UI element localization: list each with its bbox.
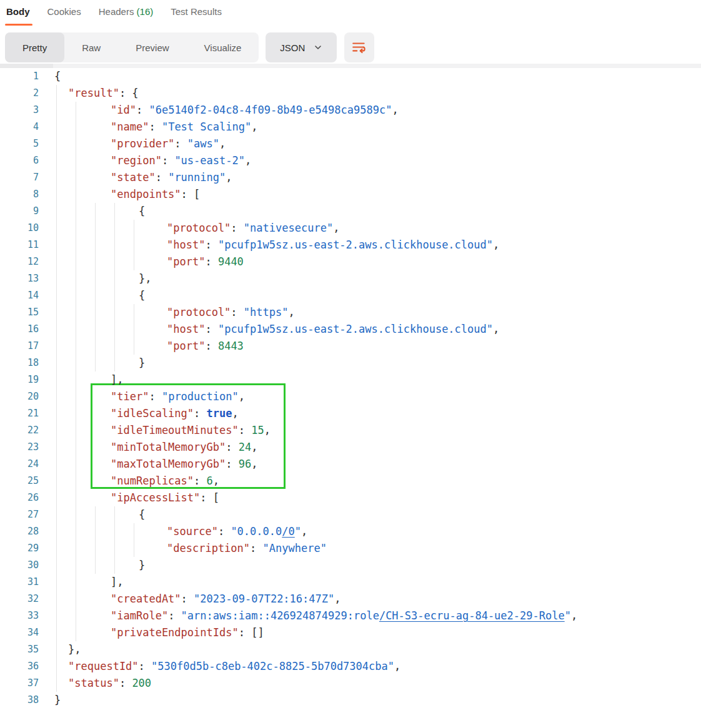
indent-guide bbox=[76, 338, 76, 355]
indent-guide bbox=[76, 186, 76, 203]
indent-guide bbox=[76, 557, 76, 574]
indent-guide bbox=[76, 102, 76, 119]
indent-guide bbox=[56, 338, 57, 355]
tab-cookies[interactable]: Cookies bbox=[47, 5, 81, 17]
code-line: 9{ bbox=[0, 203, 701, 220]
indent-guide bbox=[56, 675, 57, 692]
indent-guide bbox=[56, 287, 57, 304]
line-number: 28 bbox=[0, 523, 39, 540]
indent-guide bbox=[76, 456, 76, 473]
indent-guide bbox=[56, 152, 57, 169]
code-line: 13}, bbox=[0, 270, 701, 287]
line-number: 34 bbox=[0, 624, 39, 641]
indent-guide bbox=[76, 220, 76, 237]
code-area[interactable]: 1{2"result": {3"id": "6e5140f2-04c8-4f09… bbox=[0, 68, 701, 709]
indent-guide bbox=[56, 304, 57, 321]
indent-guide bbox=[56, 237, 57, 253]
indent-guide bbox=[56, 540, 57, 557]
code-line: 16"host": "pcufp1w5sz.us-east-2.aws.clic… bbox=[0, 321, 701, 338]
indent-guide bbox=[76, 523, 76, 540]
line-number: 11 bbox=[0, 237, 39, 253]
tab-headers[interactable]: Headers (16) bbox=[99, 5, 154, 17]
indent-guide bbox=[56, 85, 57, 102]
code-line: 29"description": "Anywhere" bbox=[0, 540, 701, 557]
indent-guide bbox=[95, 355, 96, 371]
indent-guide bbox=[56, 135, 57, 152]
indent-guide bbox=[114, 304, 115, 321]
line-number: 20 bbox=[0, 388, 39, 405]
code-line: 5"provider": "aws", bbox=[0, 135, 701, 152]
raw-button[interactable]: Raw bbox=[64, 32, 118, 62]
indent-guide bbox=[76, 506, 76, 523]
indent-guide bbox=[56, 473, 57, 489]
code-line: 21"idleScaling": true, bbox=[0, 405, 701, 422]
indent-guide bbox=[76, 237, 76, 253]
view-mode-group: Pretty Raw Preview Visualize bbox=[5, 32, 259, 62]
code-line: 6"region": "us-east-2", bbox=[0, 152, 701, 169]
line-number: 32 bbox=[0, 591, 39, 607]
line-number: 16 bbox=[0, 321, 39, 338]
indent-guide bbox=[56, 321, 57, 338]
indent-guide bbox=[95, 540, 96, 557]
indent-guide bbox=[134, 237, 134, 253]
line-number: 10 bbox=[0, 220, 39, 237]
code-line: 36"requestId": "530f0d5b-c8eb-402c-8825-… bbox=[0, 658, 701, 675]
indent-guide bbox=[56, 371, 57, 388]
indent-guide bbox=[114, 540, 115, 557]
visualize-button[interactable]: Visualize bbox=[187, 32, 259, 62]
language-select[interactable]: JSON bbox=[266, 32, 337, 62]
pretty-button[interactable]: Pretty bbox=[5, 32, 64, 62]
indent-guide bbox=[56, 102, 57, 119]
tab-body[interactable]: Body bbox=[6, 5, 30, 17]
line-number: 25 bbox=[0, 473, 39, 489]
indent-guide bbox=[76, 591, 76, 607]
indent-guide bbox=[76, 371, 76, 388]
code-line: 10"protocol": "nativesecure", bbox=[0, 220, 701, 237]
code-line: 38} bbox=[0, 692, 701, 709]
indent-guide bbox=[56, 624, 57, 641]
code-line: 19], bbox=[0, 371, 701, 388]
line-number: 26 bbox=[0, 489, 39, 506]
indent-guide bbox=[56, 169, 57, 186]
line-number: 9 bbox=[0, 203, 39, 220]
line-number: 6 bbox=[0, 152, 39, 169]
indent-guide bbox=[114, 287, 115, 304]
line-number: 17 bbox=[0, 338, 39, 355]
line-number: 19 bbox=[0, 371, 39, 388]
indent-guide bbox=[95, 237, 96, 253]
code-line: 11"host": "pcufp1w5sz.us-east-2.aws.clic… bbox=[0, 237, 701, 253]
line-number: 31 bbox=[0, 574, 39, 591]
tab-test-results[interactable]: Test Results bbox=[171, 5, 222, 17]
indent-guide bbox=[134, 304, 134, 321]
code-line: 33"iamRole": "arn:aws:iam::426924874929:… bbox=[0, 607, 701, 624]
indent-guide bbox=[76, 287, 76, 304]
indent-guide bbox=[95, 203, 96, 220]
indent-guide bbox=[134, 220, 134, 237]
tab-headers-label: Headers bbox=[99, 6, 134, 17]
indent-guide bbox=[95, 557, 96, 574]
line-number: 7 bbox=[0, 169, 39, 186]
code-line: 22"idleTimeoutMinutes": 15, bbox=[0, 422, 701, 439]
indent-guide bbox=[76, 607, 76, 624]
line-number: 27 bbox=[0, 506, 39, 523]
indent-guide bbox=[56, 186, 57, 203]
indent-guide bbox=[56, 557, 57, 574]
code-line: 20"tier": "production", bbox=[0, 388, 701, 405]
preview-button[interactable]: Preview bbox=[118, 32, 186, 62]
indent-guide bbox=[76, 489, 76, 506]
indent-guide bbox=[76, 355, 76, 371]
indent-guide bbox=[56, 355, 57, 371]
code-line: 31], bbox=[0, 574, 701, 591]
indent-guide bbox=[95, 321, 96, 338]
code-line: 1{ bbox=[0, 68, 701, 85]
indent-guide bbox=[114, 270, 115, 287]
indent-guide bbox=[95, 506, 96, 523]
line-number: 15 bbox=[0, 304, 39, 321]
wrap-lines-button[interactable] bbox=[344, 32, 374, 62]
code-line: 27{ bbox=[0, 506, 701, 523]
indent-guide bbox=[134, 253, 134, 270]
indent-guide bbox=[114, 557, 115, 574]
indent-guide bbox=[56, 456, 57, 473]
code-line: 12"port": 9440 bbox=[0, 253, 701, 270]
line-number: 12 bbox=[0, 253, 39, 270]
